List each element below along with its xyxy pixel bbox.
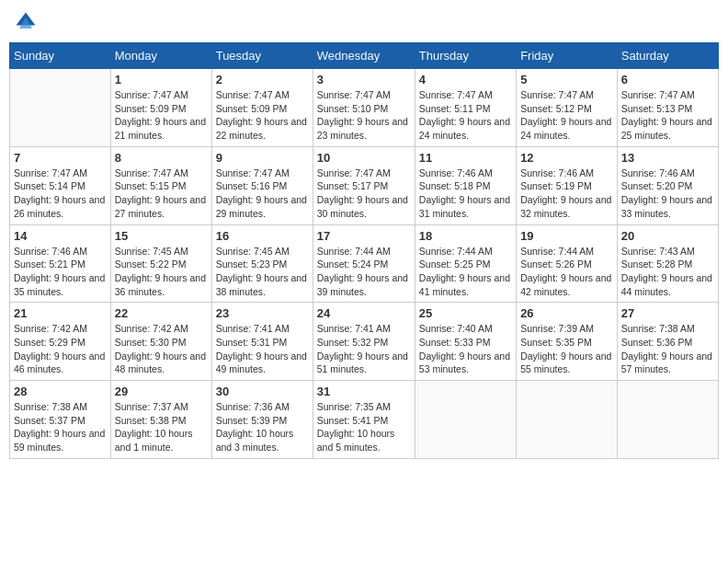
calendar-cell: 17Sunrise: 7:44 AMSunset: 5:24 PMDayligh…: [313, 224, 415, 303]
calendar-cell: 29Sunrise: 7:37 AMSunset: 5:38 PMDayligh…: [110, 381, 211, 459]
calendar-cell: [517, 381, 618, 459]
day-number: 17: [317, 229, 411, 243]
day-info: Sunrise: 7:47 AMSunset: 5:17 PMDaylight:…: [317, 167, 411, 221]
calendar-week-2: 7Sunrise: 7:47 AMSunset: 5:14 PMDaylight…: [10, 146, 719, 224]
calendar-cell: 4Sunrise: 7:47 AMSunset: 5:11 PMDaylight…: [415, 69, 516, 147]
day-info: Sunrise: 7:46 AMSunset: 5:21 PMDaylight:…: [14, 245, 107, 299]
day-info: Sunrise: 7:38 AMSunset: 5:36 PMDaylight:…: [621, 322, 714, 376]
calendar-table: SundayMondayTuesdayWednesdayThursdayFrid…: [9, 42, 719, 459]
day-info: Sunrise: 7:44 AMSunset: 5:26 PMDaylight:…: [520, 245, 613, 299]
weekday-header-tuesday: Tuesday: [211, 43, 313, 69]
day-number: 10: [317, 151, 411, 165]
day-number: 31: [317, 385, 411, 398]
day-number: 11: [419, 151, 512, 165]
day-info: Sunrise: 7:43 AMSunset: 5:28 PMDaylight:…: [621, 245, 714, 299]
calendar-cell: 31Sunrise: 7:35 AMSunset: 5:41 PMDayligh…: [313, 381, 415, 459]
calendar-cell: 2Sunrise: 7:47 AMSunset: 5:09 PMDaylight…: [211, 69, 313, 147]
day-info: Sunrise: 7:47 AMSunset: 5:11 PMDaylight:…: [419, 88, 512, 143]
weekday-header-saturday: Saturday: [617, 43, 718, 69]
day-info: Sunrise: 7:36 AMSunset: 5:39 PMDaylight:…: [216, 400, 309, 454]
day-info: Sunrise: 7:42 AMSunset: 5:30 PMDaylight:…: [115, 322, 208, 376]
calendar-cell: 9Sunrise: 7:47 AMSunset: 5:16 PMDaylight…: [211, 146, 313, 224]
weekday-header-friday: Friday: [517, 43, 618, 69]
calendar-cell: 27Sunrise: 7:38 AMSunset: 5:36 PMDayligh…: [617, 303, 718, 381]
calendar-cell: 24Sunrise: 7:41 AMSunset: 5:32 PMDayligh…: [313, 303, 415, 381]
day-info: Sunrise: 7:38 AMSunset: 5:37 PMDaylight:…: [14, 400, 107, 454]
calendar-cell: 26Sunrise: 7:39 AMSunset: 5:35 PMDayligh…: [517, 303, 618, 381]
day-number: 27: [621, 306, 714, 320]
weekday-header-thursday: Thursday: [415, 43, 516, 69]
page-header: [9, 9, 719, 35]
day-number: 6: [621, 73, 714, 86]
day-number: 13: [621, 151, 714, 165]
day-info: Sunrise: 7:42 AMSunset: 5:29 PMDaylight:…: [14, 322, 107, 376]
calendar-cell: 5Sunrise: 7:47 AMSunset: 5:12 PMDaylight…: [517, 69, 618, 147]
logo-icon: [13, 9, 39, 35]
weekday-header-wednesday: Wednesday: [313, 43, 415, 69]
calendar-cell: 1Sunrise: 7:47 AMSunset: 5:09 PMDaylight…: [110, 69, 211, 147]
day-number: 15: [115, 229, 208, 243]
day-number: 21: [14, 306, 107, 320]
calendar-cell: 28Sunrise: 7:38 AMSunset: 5:37 PMDayligh…: [10, 381, 111, 459]
calendar-cell: 14Sunrise: 7:46 AMSunset: 5:21 PMDayligh…: [10, 224, 111, 303]
weekday-header-sunday: Sunday: [10, 43, 111, 69]
calendar-cell: [10, 69, 111, 147]
day-number: 18: [419, 229, 512, 243]
day-info: Sunrise: 7:39 AMSunset: 5:35 PMDaylight:…: [520, 322, 613, 376]
calendar-cell: 12Sunrise: 7:46 AMSunset: 5:19 PMDayligh…: [517, 146, 618, 224]
day-number: 25: [419, 306, 512, 320]
day-info: Sunrise: 7:45 AMSunset: 5:23 PMDaylight:…: [216, 245, 309, 299]
day-number: 28: [14, 385, 107, 398]
calendar-cell: 21Sunrise: 7:42 AMSunset: 5:29 PMDayligh…: [10, 303, 111, 381]
calendar-cell: 18Sunrise: 7:44 AMSunset: 5:25 PMDayligh…: [415, 224, 516, 303]
day-info: Sunrise: 7:46 AMSunset: 5:18 PMDaylight:…: [419, 167, 512, 221]
day-number: 7: [14, 151, 107, 165]
calendar-cell: 10Sunrise: 7:47 AMSunset: 5:17 PMDayligh…: [313, 146, 415, 224]
day-info: Sunrise: 7:46 AMSunset: 5:19 PMDaylight:…: [520, 167, 613, 221]
day-info: Sunrise: 7:46 AMSunset: 5:20 PMDaylight:…: [621, 167, 714, 221]
calendar-cell: 30Sunrise: 7:36 AMSunset: 5:39 PMDayligh…: [211, 381, 313, 459]
day-number: 9: [216, 151, 309, 165]
day-info: Sunrise: 7:44 AMSunset: 5:25 PMDaylight:…: [419, 245, 512, 299]
calendar-week-4: 21Sunrise: 7:42 AMSunset: 5:29 PMDayligh…: [10, 303, 719, 381]
calendar-week-3: 14Sunrise: 7:46 AMSunset: 5:21 PMDayligh…: [10, 224, 719, 303]
calendar-cell: 11Sunrise: 7:46 AMSunset: 5:18 PMDayligh…: [415, 146, 516, 224]
day-info: Sunrise: 7:47 AMSunset: 5:13 PMDaylight:…: [621, 88, 714, 143]
day-number: 5: [520, 73, 613, 86]
calendar-cell: 6Sunrise: 7:47 AMSunset: 5:13 PMDaylight…: [617, 69, 718, 147]
day-info: Sunrise: 7:35 AMSunset: 5:41 PMDaylight:…: [317, 400, 411, 454]
day-number: 30: [216, 385, 309, 398]
weekday-header-row: SundayMondayTuesdayWednesdayThursdayFrid…: [10, 43, 719, 69]
day-info: Sunrise: 7:47 AMSunset: 5:16 PMDaylight:…: [216, 167, 309, 221]
day-info: Sunrise: 7:47 AMSunset: 5:09 PMDaylight:…: [115, 88, 208, 143]
logo: [13, 9, 42, 35]
day-number: 19: [520, 229, 613, 243]
day-info: Sunrise: 7:44 AMSunset: 5:24 PMDaylight:…: [317, 245, 411, 299]
day-number: 20: [621, 229, 714, 243]
day-number: 2: [216, 73, 309, 86]
weekday-header-monday: Monday: [110, 43, 211, 69]
calendar-cell: 16Sunrise: 7:45 AMSunset: 5:23 PMDayligh…: [211, 224, 313, 303]
day-info: Sunrise: 7:41 AMSunset: 5:32 PMDaylight:…: [317, 322, 411, 376]
day-number: 29: [115, 385, 208, 398]
day-number: 3: [317, 73, 411, 86]
calendar-cell: 19Sunrise: 7:44 AMSunset: 5:26 PMDayligh…: [517, 224, 618, 303]
day-info: Sunrise: 7:47 AMSunset: 5:15 PMDaylight:…: [115, 167, 208, 221]
calendar-cell: 15Sunrise: 7:45 AMSunset: 5:22 PMDayligh…: [110, 224, 211, 303]
calendar-cell: 22Sunrise: 7:42 AMSunset: 5:30 PMDayligh…: [110, 303, 211, 381]
calendar-cell: 3Sunrise: 7:47 AMSunset: 5:10 PMDaylight…: [313, 69, 415, 147]
day-number: 16: [216, 229, 309, 243]
day-number: 12: [520, 151, 613, 165]
day-number: 23: [216, 306, 309, 320]
day-info: Sunrise: 7:41 AMSunset: 5:31 PMDaylight:…: [216, 322, 309, 376]
day-info: Sunrise: 7:47 AMSunset: 5:10 PMDaylight:…: [317, 88, 411, 143]
calendar-cell: 8Sunrise: 7:47 AMSunset: 5:15 PMDaylight…: [110, 146, 211, 224]
day-info: Sunrise: 7:40 AMSunset: 5:33 PMDaylight:…: [419, 322, 512, 376]
calendar-cell: 23Sunrise: 7:41 AMSunset: 5:31 PMDayligh…: [211, 303, 313, 381]
day-info: Sunrise: 7:47 AMSunset: 5:09 PMDaylight:…: [216, 88, 309, 143]
calendar-cell: 13Sunrise: 7:46 AMSunset: 5:20 PMDayligh…: [617, 146, 718, 224]
day-info: Sunrise: 7:37 AMSunset: 5:38 PMDaylight:…: [115, 400, 208, 454]
day-info: Sunrise: 7:47 AMSunset: 5:12 PMDaylight:…: [520, 88, 613, 143]
calendar-cell: 7Sunrise: 7:47 AMSunset: 5:14 PMDaylight…: [10, 146, 111, 224]
day-number: 1: [115, 73, 208, 86]
